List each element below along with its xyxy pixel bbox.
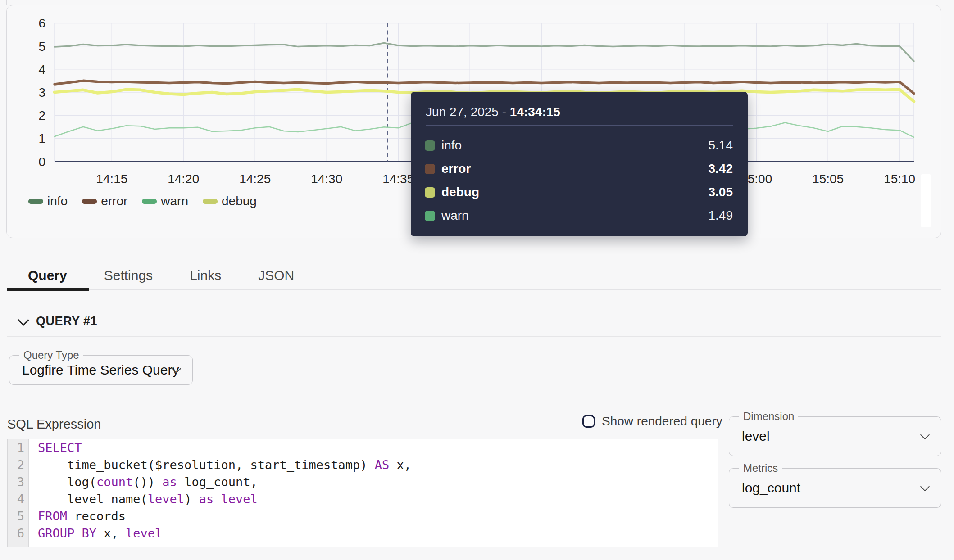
tab-bar-divider — [7, 289, 941, 290]
code-text: GROUP BY x, level — [28, 525, 162, 542]
y-axis-tick-label: 1 — [38, 131, 45, 145]
code-text: FROM records — [28, 508, 126, 525]
query-editor-page: { "theme": { "page_bg": "#f7f7f8", "grid… — [0, 0, 954, 560]
y-axis-tick-label: 2 — [38, 108, 45, 122]
sql-code-editor[interactable]: 1SELECT2 time_bucket($resolution, start_… — [7, 439, 718, 547]
tooltip-swatch-error — [425, 164, 435, 174]
x-axis-tick-label: 14:25 — [239, 172, 271, 186]
code-line: 1SELECT — [8, 439, 718, 456]
query-section-header[interactable]: QUERY #1 — [18, 314, 97, 328]
tooltip-row-error: error3.42 — [425, 157, 733, 181]
y-axis-tick-label: 0 — [38, 155, 45, 169]
line-number: 6 — [8, 525, 28, 542]
tab-bar: Query Settings Links JSON — [28, 267, 294, 284]
code-text: level_name(level) as level — [28, 491, 258, 508]
y-axis-tick-label: 3 — [38, 86, 45, 99]
chart-legend: infoerrorwarndebug — [28, 194, 257, 208]
scrollbar-thumb[interactable] — [921, 174, 931, 227]
active-tab-underline — [7, 288, 89, 291]
tooltip-series-label: error — [441, 162, 471, 176]
y-axis-tick-label: 4 — [38, 63, 45, 77]
tab-settings[interactable]: Settings — [104, 267, 153, 284]
show-rendered-query-toggle[interactable]: Show rendered query — [582, 414, 722, 429]
checkbox-icon[interactable] — [582, 415, 595, 428]
legend-label: warn — [161, 194, 188, 208]
x-axis-tick-label: 15:10 — [884, 172, 915, 186]
code-lines: 1SELECT2 time_bucket($resolution, start_… — [8, 439, 718, 542]
line-number: 4 — [8, 491, 28, 508]
tooltip-series-label: debug — [441, 185, 479, 199]
x-axis-tick-label: 15:05 — [812, 172, 844, 186]
legend-label: error — [101, 194, 127, 208]
tooltip-series-value: 1.49 — [709, 208, 733, 223]
y-axis-tick-label: 6 — [38, 16, 45, 30]
legend-label: debug — [222, 194, 257, 208]
tooltip-row-info: info5.14 — [425, 134, 733, 157]
tooltip-series-label: info — [441, 138, 462, 153]
metrics-value: log_count — [742, 480, 800, 496]
legend-swatch-info — [28, 199, 43, 204]
tooltip-date: Jun 27, 2025 - — [426, 105, 510, 119]
tooltip-time: 14:34:15 — [510, 105, 560, 119]
legend-label: info — [47, 194, 68, 208]
tab-query[interactable]: Query — [28, 267, 67, 284]
query-type-value: Logfire Time Series Query — [22, 362, 179, 378]
line-number: 1 — [8, 439, 28, 456]
chevron-down-icon — [920, 430, 930, 439]
tooltip-swatch-info — [425, 140, 435, 151]
sql-expression-label: SQL Expression — [7, 417, 101, 432]
code-text: SELECT — [28, 439, 82, 456]
legend-item-warn[interactable]: warn — [142, 194, 188, 208]
legend-swatch-debug — [203, 199, 218, 204]
legend-item-debug[interactable]: debug — [203, 194, 257, 208]
legend-swatch-warn — [142, 199, 157, 204]
query-section-title: QUERY #1 — [36, 314, 97, 328]
code-text: log(count()) as log_count, — [28, 474, 258, 491]
x-axis-tick-label: 14:20 — [168, 172, 199, 186]
legend-item-info[interactable]: info — [28, 194, 68, 208]
metrics-label: Metrics — [739, 462, 782, 474]
query-type-select[interactable]: Query Type Logfire Time Series Query — [9, 355, 193, 385]
y-axis-tick-label: 5 — [38, 40, 45, 54]
code-line: 6GROUP BY x, level — [8, 525, 718, 542]
chevron-down-icon — [920, 482, 930, 491]
code-text: time_bucket($resolution, start_timestamp… — [28, 456, 411, 474]
chart-tooltip: Jun 27, 2025 - 14:34:15 info5.14error3.4… — [411, 92, 748, 236]
code-line: 5FROM records — [8, 508, 718, 525]
tooltip-swatch-warn — [425, 211, 435, 221]
dimension-value: level — [742, 429, 770, 444]
tooltip-swatch-debug — [425, 187, 435, 198]
legend-item-error[interactable]: error — [82, 194, 127, 208]
line-number: 3 — [8, 474, 28, 491]
tooltip-series-value: 3.05 — [709, 185, 733, 199]
legend-swatch-error — [82, 199, 97, 204]
tooltip-row-warn: warn1.49 — [425, 204, 733, 227]
code-line: 3 log(count()) as log_count, — [8, 474, 718, 491]
tooltip-rows: info5.14error3.42debug3.05warn1.49 — [411, 126, 748, 227]
dimension-label: Dimension — [739, 411, 798, 422]
x-axis-tick-label: 14:35 — [382, 172, 414, 186]
query-type-label: Query Type — [19, 349, 83, 361]
tooltip-series-value: 3.42 — [709, 162, 733, 176]
code-line: 4 level_name(level) as level — [8, 491, 718, 508]
tooltip-series-label: warn — [441, 208, 469, 223]
section-divider — [7, 336, 941, 337]
tooltip-row-debug: debug3.05 — [425, 181, 733, 204]
code-line: 2 time_bucket($resolution, start_timesta… — [8, 456, 718, 474]
x-axis-tick-label: 14:30 — [311, 172, 342, 186]
tab-json[interactable]: JSON — [258, 267, 294, 284]
tooltip-series-value: 5.14 — [709, 138, 733, 153]
x-axis-tick-label: 14:15 — [96, 172, 127, 186]
line-number: 2 — [8, 456, 28, 474]
chevron-down-icon[interactable] — [18, 314, 29, 325]
tab-links[interactable]: Links — [190, 267, 221, 284]
card-border-fragment — [6, 0, 7, 5]
line-number: 5 — [8, 508, 28, 525]
metrics-select[interactable]: Metrics log_count — [729, 468, 941, 508]
dimension-select[interactable]: Dimension level — [729, 416, 941, 456]
show-rendered-query-label[interactable]: Show rendered query — [602, 414, 722, 429]
tooltip-timestamp: Jun 27, 2025 - 14:34:15 — [411, 92, 748, 120]
